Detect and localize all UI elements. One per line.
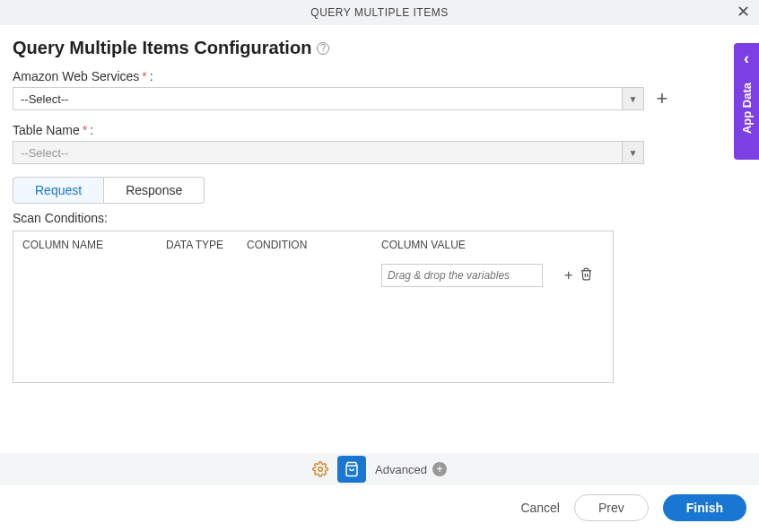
app-data-label: App Data: [740, 83, 754, 134]
svg-point-0: [318, 467, 323, 472]
aws-field-row: --Select-- ▼ +: [13, 87, 746, 110]
app-data-panel-toggle[interactable]: ‹ App Data: [734, 43, 759, 160]
footer-buttons: Cancel Prev Finish: [520, 494, 746, 521]
finish-button[interactable]: Finish: [663, 494, 746, 521]
required-asterisk: *: [83, 123, 87, 137]
required-asterisk: *: [142, 69, 146, 83]
help-icon[interactable]: ?: [317, 42, 329, 55]
scan-conditions-label: Scan Conditions:: [13, 211, 746, 225]
delete-row-icon[interactable]: [580, 267, 593, 284]
page-title-row: Query Multiple Items Configuration ?: [13, 38, 746, 58]
table-label-text: Table Name: [13, 123, 80, 137]
grid-header-column-name: COLUMN NAME: [22, 239, 166, 251]
table-select-value: --Select--: [13, 146, 622, 160]
cancel-button[interactable]: Cancel: [520, 501, 560, 515]
gear-icon[interactable]: [312, 460, 328, 478]
add-aws-icon[interactable]: +: [653, 89, 671, 109]
tab-response[interactable]: Response: [104, 177, 205, 204]
aws-select[interactable]: --Select-- ▼: [13, 87, 644, 110]
prev-button[interactable]: Prev: [574, 494, 649, 521]
aws-label: Amazon Web Services *:: [13, 69, 746, 83]
table-select[interactable]: --Select-- ▼: [13, 141, 644, 164]
grid-row: +: [13, 258, 613, 292]
tab-bar: Request Response: [13, 177, 746, 204]
column-value-input[interactable]: [381, 264, 543, 287]
advanced-label-text: Advanced: [375, 463, 427, 476]
page-title: Query Multiple Items Configuration: [13, 38, 311, 58]
modal-title: QUERY MULTIPLE ITEMS: [310, 6, 448, 19]
grid-header-data-type: DATA TYPE: [166, 239, 247, 251]
advanced-toggle[interactable]: Advanced +: [375, 462, 447, 476]
aws-select-value: --Select--: [13, 92, 622, 106]
aws-label-text: Amazon Web Services: [13, 69, 139, 83]
table-label: Table Name *:: [13, 123, 746, 137]
footer-toolbar: Advanced +: [0, 453, 759, 485]
chevron-left-icon: ‹: [744, 50, 749, 66]
chevron-down-icon: ▼: [622, 88, 643, 109]
grid-cell-column-value: [381, 264, 543, 287]
scan-conditions-grid: COLUMN NAME DATA TYPE CONDITION COLUMN V…: [13, 231, 614, 383]
tab-request[interactable]: Request: [13, 177, 104, 204]
add-row-icon[interactable]: +: [564, 267, 572, 284]
chevron-down-icon: ▼: [622, 142, 643, 163]
grid-header-column-value: COLUMN VALUE: [381, 239, 604, 251]
modal-header: QUERY MULTIPLE ITEMS ✕: [0, 0, 759, 25]
plus-circle-icon: +: [432, 462, 447, 476]
table-field-row: --Select-- ▼: [13, 141, 746, 164]
grid-header: COLUMN NAME DATA TYPE CONDITION COLUMN V…: [13, 231, 613, 258]
grid-header-condition: CONDITION: [247, 239, 381, 251]
grid-row-actions: +: [543, 267, 604, 284]
close-icon[interactable]: ✕: [737, 4, 750, 20]
shopping-bag-icon[interactable]: [337, 456, 366, 483]
content-area: Query Multiple Items Configuration ? Ama…: [0, 25, 759, 383]
